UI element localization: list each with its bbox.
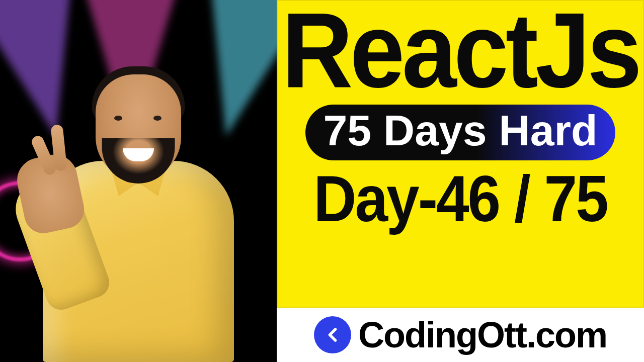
brand-logo-icon [314,316,351,353]
eye [114,116,122,121]
yellow-block: ReactJs 75 Days Hard Day-46 / 75 [277,0,644,308]
day-counter: Day-46 / 75 [313,161,607,236]
presenter-illustration [33,50,244,362]
brand-name: CodingOtt.com [358,314,607,355]
challenge-badge: 75 Days Hard [305,105,616,160]
course-title: ReactJs [282,1,639,102]
eye [153,116,162,121]
text-panel: ReactJs 75 Days Hard Day-46 / 75 CodingO… [277,0,644,362]
brand-strip: CodingOtt.com [277,308,644,362]
photo-panel [0,0,277,362]
